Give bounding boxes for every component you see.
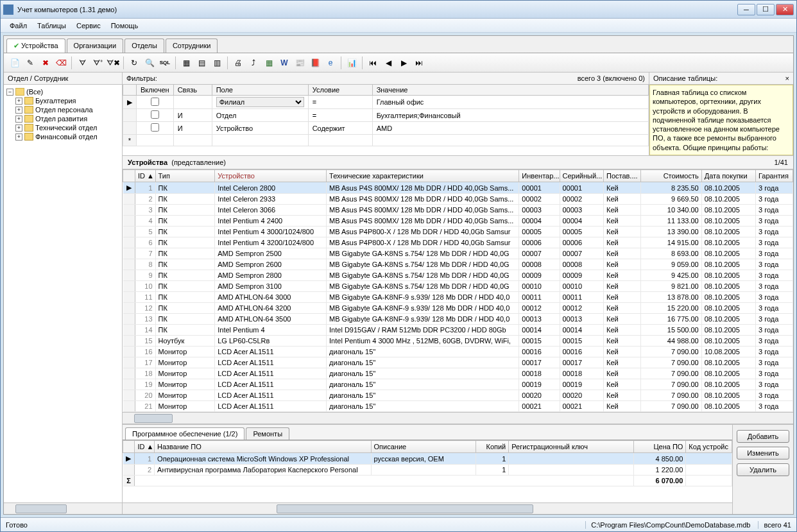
col-device[interactable]: Устройство — [215, 170, 327, 182]
tool-view2-icon[interactable]: ▤ — [194, 56, 209, 70]
tool-print-icon[interactable]: 🖨 — [231, 56, 245, 70]
titlebar[interactable]: Учет компьютеров (1.31 демо) ─ ☐ ✕ — [1, 1, 796, 19]
tool-view3-icon[interactable]: ▥ — [210, 56, 224, 70]
table-row[interactable]: 4ПКIntel Pentium 4 2400MB Asus P4S 800MX… — [123, 216, 793, 227]
table-row[interactable]: 5ПКIntel Pentium 4 3000/1024/800MB Asus … — [123, 227, 793, 237]
menu-service[interactable]: Сервис — [71, 20, 106, 31]
nav-prev-icon[interactable]: ◀ — [381, 56, 395, 70]
sw-col-price[interactable]: Цена ПО — [633, 441, 686, 453]
table-row[interactable]: 8ПКAMD Sempron 2600MB Gigabyte GA-K8NS s… — [123, 259, 793, 270]
tool-refresh-icon[interactable]: ↻ — [127, 56, 141, 70]
tool-html-icon[interactable]: 📰 — [293, 56, 307, 70]
table-row[interactable]: 2Антивирусная программа Лаборатория Касп… — [123, 465, 732, 476]
menu-tables[interactable]: Таблицы — [32, 20, 71, 31]
tab-orgs[interactable]: Организации — [67, 39, 124, 53]
col-inv[interactable]: Инвентар... — [519, 170, 560, 182]
table-row[interactable]: 6ПКIntel Pentium 4 3200/1024/800MB Asus … — [123, 237, 793, 248]
table-row[interactable]: 10ПКAMD Sempron 3100MB Gigabyte GA-K8NS … — [123, 281, 793, 292]
software-grid-wrap[interactable]: ID ▲ Название ПО Описание Копий Регистра… — [123, 440, 732, 502]
table-row[interactable]: 15НоутбукLG LP60-C5LRвIntel Pentium 4 30… — [123, 336, 793, 347]
nav-first-icon[interactable]: ⏮ — [366, 56, 380, 70]
tab-devices[interactable]: ✔ Устройства — [6, 39, 65, 53]
tab-depts[interactable]: Отделы — [124, 39, 164, 53]
nav-last-icon[interactable]: ⏭ — [412, 56, 426, 70]
sw-scrollbar[interactable] — [123, 502, 732, 514]
sw-col-name[interactable]: Название ПО — [155, 441, 371, 453]
tool-filter-add-icon[interactable]: ᗊ⁺ — [90, 56, 105, 70]
delete-button[interactable]: Удалить — [737, 463, 789, 476]
sw-col-devcode[interactable]: Код устройс — [686, 441, 732, 453]
table-row[interactable]: ▶1Операционная система MicroSoft Windows… — [123, 453, 732, 465]
tree-item[interactable]: +Отдел развития — [15, 114, 119, 123]
desc-close-icon[interactable]: × — [785, 74, 789, 82]
expand-icon[interactable]: + — [15, 116, 22, 123]
col-warranty[interactable]: Гарантия — [755, 170, 793, 182]
tree-item[interactable]: +Отдел персонала — [15, 105, 119, 114]
tab-repairs[interactable]: Ремонты — [246, 427, 289, 440]
col-tech[interactable]: Технические характеристики — [327, 170, 519, 182]
edit-button[interactable]: Изменить — [737, 447, 789, 459]
tool-excel-icon[interactable]: ▦ — [262, 56, 276, 70]
col-id[interactable]: ID ▲ — [135, 170, 155, 182]
table-row[interactable]: 18МониторLCD Acer AL1511диагональ 15''00… — [123, 368, 793, 379]
table-row[interactable]: 17МониторLCD Acer AL1511диагональ 15''00… — [123, 357, 793, 368]
filter-row[interactable]: ИОтдел=Бухгалтерия;Финансовый — [123, 109, 649, 122]
expand-icon[interactable]: + — [15, 107, 22, 114]
tree-item[interactable]: +Технический отдел — [15, 123, 119, 132]
tool-new-icon[interactable]: 📄 — [8, 56, 22, 70]
dept-tree[interactable]: − (Все) +Бухгалтерия+Отдел персонала+Отд… — [4, 85, 122, 502]
tree-item[interactable]: +Бухгалтерия — [15, 96, 119, 105]
collapse-icon[interactable]: − — [6, 89, 13, 96]
tool-ie-icon[interactable]: e — [323, 56, 338, 70]
add-button[interactable]: Добавить — [737, 430, 789, 443]
table-row[interactable]: 16МониторLCD Acer AL1511диагональ 15''00… — [123, 347, 793, 357]
table-row[interactable]: 14ПКIntel Pentium 4Intel D915GAV / RAM 5… — [123, 325, 793, 336]
col-serial[interactable]: Серийный... — [560, 170, 603, 182]
main-grid-wrap[interactable]: ID ▲ Тип Устройство Технические характер… — [123, 169, 793, 412]
expand-icon[interactable]: + — [15, 98, 22, 105]
col-type[interactable]: Тип — [155, 170, 215, 182]
filter-enable-checkbox[interactable] — [151, 123, 159, 132]
tool-edit-icon[interactable]: ✎ — [23, 56, 37, 70]
tool-pdf-icon[interactable]: 📕 — [308, 56, 322, 70]
tool-filter-icon[interactable]: ᗊ — [75, 56, 89, 70]
sw-col-key[interactable]: Регистрационный ключ — [509, 441, 633, 453]
tool-export-icon[interactable]: ⤴ — [246, 56, 261, 70]
main-grid[interactable]: ID ▲ Тип Устройство Технические характер… — [123, 169, 793, 412]
grid-scrollbar[interactable] — [123, 412, 793, 424]
minimize-button[interactable]: ─ — [737, 4, 755, 15]
tool-word-icon[interactable]: W — [277, 56, 291, 70]
tree-item[interactable]: +Финансовый отдел — [15, 132, 119, 141]
table-row[interactable]: 2ПКIntel Celeron 2933MB Asus P4S 800MX/ … — [123, 194, 793, 205]
tab-software[interactable]: Программное обеспечение (1/2) — [125, 427, 244, 440]
table-row[interactable]: 20МониторLCD Acer AL1511диагональ 15''00… — [123, 390, 793, 401]
table-row[interactable]: 12ПКAMD ATHLON-64 3200MB Gigabyte GA-K8N… — [123, 303, 793, 314]
table-row[interactable]: 21МониторLCD Acer AL1511диагональ 15''00… — [123, 401, 793, 412]
col-supplier[interactable]: Постав.... — [603, 170, 640, 182]
tool-chart-icon[interactable]: 📊 — [345, 56, 359, 70]
expand-icon[interactable]: + — [15, 133, 22, 141]
tool-sql-icon[interactable]: SQL — [158, 56, 172, 70]
menu-file[interactable]: Файл — [4, 20, 32, 31]
table-row[interactable]: 7ПКAMD Sempron 2500MB Gigabyte GA-K8NS s… — [123, 248, 793, 259]
tool-view1-icon[interactable]: ▦ — [179, 56, 193, 70]
sw-col-desc[interactable]: Описание — [371, 441, 476, 453]
table-row[interactable]: ▶1ПКIntel Celeron 2800MB Asus P4S 800MX/… — [123, 182, 793, 194]
table-row[interactable]: 11ПКAMD ATHLON-64 3000MB Gigabyte GA-K8N… — [123, 292, 793, 303]
filter-row[interactable]: ИУстройствоСодержитAMD — [123, 122, 649, 135]
tool-delete-icon[interactable]: ✖ — [39, 56, 53, 70]
nav-next-icon[interactable]: ▶ — [397, 56, 411, 70]
sw-col-id[interactable]: ID ▲ — [135, 441, 155, 453]
filter-enable-checkbox[interactable] — [151, 98, 159, 106]
tab-employees[interactable]: Сотрудники — [166, 39, 218, 53]
col-cost[interactable]: Стоимость — [640, 170, 701, 182]
menu-help[interactable]: Помощь — [106, 20, 144, 31]
tool-delete2-icon[interactable]: ⌫ — [54, 56, 68, 70]
col-date[interactable]: Дата покупки — [701, 170, 755, 182]
filter-row[interactable]: ▶Филиал=Главный офис — [123, 96, 649, 109]
filter-table[interactable]: Включен Связь Поле Условие Значение ▶Фил… — [123, 84, 649, 146]
filter-enable-checkbox[interactable] — [151, 110, 159, 119]
filter-field-select[interactable]: Филиал — [216, 97, 304, 107]
left-scrollbar[interactable] — [4, 502, 122, 514]
software-grid[interactable]: ID ▲ Название ПО Описание Копий Регистра… — [123, 440, 732, 486]
